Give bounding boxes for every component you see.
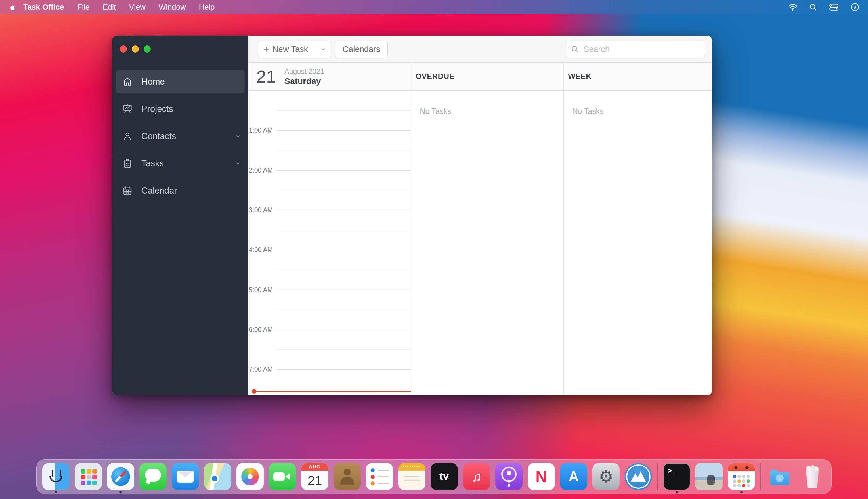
search-field[interactable] [566, 40, 705, 58]
launchpad-icon [75, 463, 102, 490]
contacts-icon [122, 131, 133, 142]
sidebar-item-label: Projects [142, 104, 173, 114]
menu-window[interactable]: Window [152, 0, 193, 14]
dock-item-app-store[interactable]: A [560, 463, 587, 493]
current-time-line [254, 391, 411, 392]
dock-icon-glyph: ⚙ [592, 463, 620, 490]
menu-edit[interactable]: Edit [96, 0, 123, 14]
menu-help[interactable]: Help [193, 0, 221, 14]
dock-item-mountain-app[interactable] [625, 463, 652, 493]
close-button[interactable] [120, 46, 127, 52]
hour-gridline [277, 170, 411, 171]
spotlight-search-icon[interactable] [809, 3, 818, 11]
sidebar-item-projects[interactable]: Projects [116, 97, 245, 121]
day-grid[interactable]: 1:00 AM2:00 AM3:00 AM4:00 AM5:00 AM6:00 … [248, 90, 411, 395]
menu-file[interactable]: File [71, 0, 97, 14]
task-office-icon [728, 463, 755, 490]
screen-sharing-icon[interactable] [851, 2, 859, 12]
dock-item-facetime[interactable] [269, 463, 296, 493]
apple-menu[interactable] [0, 3, 16, 12]
dock-item-task-office[interactable] [728, 463, 755, 493]
chevron-down-icon[interactable] [234, 133, 241, 139]
terminal-icon: >_ [663, 463, 690, 490]
dock-item-notes[interactable] [398, 463, 426, 493]
hour-gridline [277, 130, 411, 131]
time-label: 5:00 AM [248, 286, 273, 294]
podcasts-icon [495, 463, 523, 490]
dock-item-calendar[interactable]: AUG21 [301, 463, 328, 493]
dock-icon-glyph: A [560, 463, 587, 490]
dock-item-trash[interactable] [798, 463, 826, 493]
app-store-icon: A [560, 463, 587, 490]
reminders-icon [366, 463, 393, 490]
new-task-dropdown-button[interactable] [315, 41, 331, 58]
news-icon: N [528, 463, 555, 490]
finder-icon [42, 463, 70, 490]
month-year-label: August 2021 [284, 67, 324, 75]
calendars-button[interactable]: Calendars [335, 40, 388, 58]
dock-item-reminders[interactable] [366, 463, 393, 493]
half-hour-gridline [277, 389, 411, 389]
time-label: 2:00 AM [248, 166, 273, 174]
half-hour-gridline [277, 270, 411, 270]
dock-item-system-preferences[interactable]: ⚙ [592, 463, 620, 493]
menu-view[interactable]: View [123, 0, 152, 14]
projects-icon [122, 104, 133, 114]
sidebar-item-home[interactable]: Home [116, 70, 245, 93]
photos-icon [236, 463, 264, 490]
plus-icon: + [264, 44, 269, 55]
sidebar-item-label: Calendar [142, 186, 177, 196]
dock-item-finder[interactable] [42, 463, 70, 493]
time-label: 1:00 AM [248, 126, 273, 134]
sidebar-item-calendar[interactable]: Calendar [116, 179, 245, 203]
apple-tv-icon: tv [431, 463, 458, 490]
weekday-label: Saturday [284, 76, 324, 86]
dock-icon-glyph: tv [431, 463, 458, 490]
sidebar-item-contacts[interactable]: Contacts [116, 125, 245, 148]
wifi-icon[interactable] [788, 3, 798, 11]
day-header: 21 August 2021 Saturday [248, 63, 411, 90]
chevron-down-icon[interactable] [234, 160, 241, 167]
dock-item-downloads-folder[interactable] [766, 463, 793, 493]
dock-item-minimized-window[interactable] [695, 463, 723, 493]
trash-icon [798, 463, 826, 490]
dock-item-messages[interactable] [139, 463, 167, 493]
dock-item-news[interactable]: N [528, 463, 555, 493]
dock-item-podcasts[interactable] [495, 463, 523, 493]
current-time-dot [252, 389, 256, 394]
week-header: WEEK [563, 63, 712, 90]
tasks-icon [122, 158, 133, 169]
week-column[interactable]: No Tasks [563, 90, 712, 395]
apple-icon [9, 4, 16, 11]
minimize-button[interactable] [132, 46, 139, 52]
running-indicator-dot [675, 491, 678, 493]
sidebar-item-tasks[interactable]: Tasks [116, 152, 245, 175]
dock-icon-text: AUG [301, 463, 328, 471]
dock-item-terminal[interactable]: >_ [663, 463, 690, 493]
dock-item-launchpad[interactable] [75, 463, 102, 493]
zoom-button[interactable] [144, 46, 151, 52]
toolbar: + New Task Calendars [248, 36, 712, 63]
hour-gridline [277, 250, 411, 250]
sidebar: Home Projects Contacts Tasks [112, 36, 248, 395]
desktop-wallpaper: Task Office File Edit View Window Help H… [0, 0, 868, 499]
mountain-app-icon [625, 463, 652, 490]
new-task-button[interactable]: + New Task [258, 44, 315, 55]
dock-item-safari[interactable] [107, 463, 134, 493]
dock-item-apple-tv[interactable]: tv [431, 463, 458, 493]
dock-item-mail[interactable] [172, 463, 199, 493]
dock-item-maps[interactable] [204, 463, 231, 493]
overdue-header: OVERDUE [411, 63, 563, 90]
control-center-icon[interactable] [829, 3, 839, 11]
half-hour-gridline [277, 190, 411, 191]
main-area: + New Task Calendars 21 [248, 36, 712, 395]
dock-item-music[interactable]: ♫ [463, 463, 490, 493]
dock-icon-text: 21 [301, 471, 328, 490]
calendar-icon [122, 185, 133, 196]
dock-item-contacts[interactable] [333, 463, 361, 493]
search-input[interactable] [583, 44, 700, 54]
new-task-label: New Task [272, 45, 308, 54]
overdue-column[interactable]: No Tasks [411, 90, 563, 395]
dock-item-photos[interactable] [236, 463, 264, 493]
running-indicator-dot [55, 491, 57, 493]
